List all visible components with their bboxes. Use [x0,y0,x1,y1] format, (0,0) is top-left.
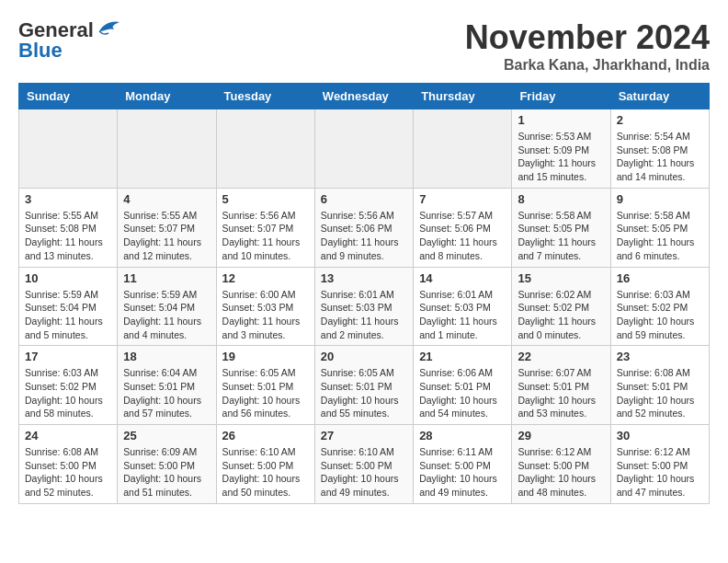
day-info: Sunrise: 6:08 AM Sunset: 5:00 PM Dayligh… [25,445,111,500]
day-number: 13 [321,271,407,285]
day-info: Sunrise: 6:03 AM Sunset: 5:02 PM Dayligh… [25,366,111,420]
day-cell: 4Sunrise: 5:55 AM Sunset: 5:07 PM Daylig… [118,188,216,267]
day-info: Sunrise: 5:55 AM Sunset: 5:08 PM Dayligh… [25,209,111,263]
week-row-4: 17Sunrise: 6:03 AM Sunset: 5:02 PM Dayli… [19,346,710,425]
day-cell [314,109,413,189]
day-info: Sunrise: 5:56 AM Sunset: 5:07 PM Dayligh… [222,209,309,263]
day-number: 14 [419,271,506,285]
day-number: 15 [518,271,604,285]
day-cell: 19Sunrise: 6:05 AM Sunset: 5:01 PM Dayli… [216,346,314,425]
day-info: Sunrise: 5:54 AM Sunset: 5:08 PM Dayligh… [617,130,703,184]
header: General Blue November 2024 Barka Kana, J… [18,18,710,74]
day-info: Sunrise: 6:05 AM Sunset: 5:01 PM Dayligh… [321,366,407,420]
header-cell-tuesday: Tuesday [216,84,314,109]
day-number: 30 [617,429,703,442]
day-info: Sunrise: 6:07 AM Sunset: 5:01 PM Dayligh… [518,366,604,420]
calendar-table: SundayMondayTuesdayWednesdayThursdayFrid… [18,83,710,504]
header-cell-wednesday: Wednesday [314,84,413,109]
day-number: 8 [518,192,604,206]
logo: General Blue [18,18,121,63]
day-cell [118,109,216,189]
day-cell: 6Sunrise: 5:56 AM Sunset: 5:06 PM Daylig… [314,188,413,267]
day-number: 1 [518,113,604,127]
header-cell-saturday: Saturday [610,84,709,109]
day-info: Sunrise: 5:53 AM Sunset: 5:09 PM Dayligh… [518,130,604,184]
day-info: Sunrise: 5:59 AM Sunset: 5:04 PM Dayligh… [123,288,210,342]
day-number: 29 [518,429,604,442]
day-number: 16 [617,271,703,285]
day-cell: 7Sunrise: 5:57 AM Sunset: 5:06 PM Daylig… [414,188,512,267]
day-number: 21 [419,350,506,363]
day-cell: 13Sunrise: 6:01 AM Sunset: 5:03 PM Dayli… [314,267,413,346]
day-cell: 28Sunrise: 6:11 AM Sunset: 5:00 PM Dayli… [414,425,512,504]
day-cell: 25Sunrise: 6:09 AM Sunset: 5:00 PM Dayli… [118,425,216,504]
day-cell: 23Sunrise: 6:08 AM Sunset: 5:01 PM Dayli… [610,346,709,425]
day-cell: 20Sunrise: 6:05 AM Sunset: 5:01 PM Dayli… [314,346,413,425]
day-cell: 17Sunrise: 6:03 AM Sunset: 5:02 PM Dayli… [19,346,118,425]
week-row-5: 24Sunrise: 6:08 AM Sunset: 5:00 PM Dayli… [19,425,710,504]
day-number: 2 [617,113,703,127]
header-cell-thursday: Thursday [414,84,512,109]
day-number: 22 [518,350,604,363]
week-row-2: 3Sunrise: 5:55 AM Sunset: 5:08 PM Daylig… [19,188,710,267]
header-cell-monday: Monday [118,84,216,109]
day-info: Sunrise: 5:59 AM Sunset: 5:04 PM Dayligh… [25,288,111,342]
day-number: 27 [321,429,407,442]
day-cell: 30Sunrise: 6:12 AM Sunset: 5:00 PM Dayli… [610,425,709,504]
day-info: Sunrise: 5:56 AM Sunset: 5:06 PM Dayligh… [321,209,407,263]
day-cell: 3Sunrise: 5:55 AM Sunset: 5:08 PM Daylig… [19,188,118,267]
header-cell-sunday: Sunday [19,84,118,109]
day-cell: 1Sunrise: 5:53 AM Sunset: 5:09 PM Daylig… [512,109,610,189]
day-number: 20 [321,350,407,363]
day-info: Sunrise: 5:58 AM Sunset: 5:05 PM Dayligh… [617,209,703,263]
day-info: Sunrise: 6:04 AM Sunset: 5:01 PM Dayligh… [123,366,210,420]
title-area: November 2024 Barka Kana, Jharkhand, Ind… [465,18,710,74]
day-info: Sunrise: 6:09 AM Sunset: 5:00 PM Dayligh… [123,445,210,500]
week-row-1: 1Sunrise: 5:53 AM Sunset: 5:09 PM Daylig… [19,109,710,189]
day-info: Sunrise: 6:12 AM Sunset: 5:00 PM Dayligh… [518,445,604,500]
day-info: Sunrise: 6:01 AM Sunset: 5:03 PM Dayligh… [321,288,407,342]
day-info: Sunrise: 6:03 AM Sunset: 5:02 PM Dayligh… [617,288,703,342]
week-row-3: 10Sunrise: 5:59 AM Sunset: 5:04 PM Dayli… [19,267,710,346]
day-cell: 10Sunrise: 5:59 AM Sunset: 5:04 PM Dayli… [19,267,118,346]
day-number: 3 [25,192,111,206]
day-info: Sunrise: 5:57 AM Sunset: 5:06 PM Dayligh… [419,209,506,263]
day-cell: 18Sunrise: 6:04 AM Sunset: 5:01 PM Dayli… [118,346,216,425]
day-number: 4 [123,192,210,206]
day-info: Sunrise: 6:10 AM Sunset: 5:00 PM Dayligh… [321,445,407,500]
day-number: 25 [123,429,210,442]
day-cell: 12Sunrise: 6:00 AM Sunset: 5:03 PM Dayli… [216,267,314,346]
day-info: Sunrise: 6:05 AM Sunset: 5:01 PM Dayligh… [222,366,309,420]
day-number: 7 [419,192,506,206]
day-cell: 29Sunrise: 6:12 AM Sunset: 5:00 PM Dayli… [512,425,610,504]
day-number: 18 [123,350,210,363]
day-number: 12 [222,271,309,285]
location: Barka Kana, Jharkhand, India [465,57,710,74]
day-cell: 8Sunrise: 5:58 AM Sunset: 5:05 PM Daylig… [512,188,610,267]
header-cell-friday: Friday [512,84,610,109]
day-info: Sunrise: 6:02 AM Sunset: 5:02 PM Dayligh… [518,288,604,342]
day-number: 11 [123,271,210,285]
day-info: Sunrise: 6:06 AM Sunset: 5:01 PM Dayligh… [419,366,506,420]
day-number: 19 [222,350,309,363]
day-number: 17 [25,350,111,363]
day-number: 6 [321,192,407,206]
logo-bird-icon [96,18,121,39]
day-info: Sunrise: 5:58 AM Sunset: 5:05 PM Dayligh… [518,209,604,263]
day-cell: 5Sunrise: 5:56 AM Sunset: 5:07 PM Daylig… [216,188,314,267]
day-cell [19,109,118,189]
day-info: Sunrise: 5:55 AM Sunset: 5:07 PM Dayligh… [123,209,210,263]
header-row: SundayMondayTuesdayWednesdayThursdayFrid… [19,84,710,109]
calendar-body: 1Sunrise: 5:53 AM Sunset: 5:09 PM Daylig… [19,109,710,504]
day-cell: 21Sunrise: 6:06 AM Sunset: 5:01 PM Dayli… [414,346,512,425]
day-info: Sunrise: 6:10 AM Sunset: 5:00 PM Dayligh… [222,445,309,500]
day-cell [216,109,314,189]
day-number: 28 [419,429,506,442]
day-info: Sunrise: 6:01 AM Sunset: 5:03 PM Dayligh… [419,288,506,342]
day-number: 5 [222,192,309,206]
day-cell: 27Sunrise: 6:10 AM Sunset: 5:00 PM Dayli… [314,425,413,504]
logo-blue: Blue [18,39,63,62]
day-number: 9 [617,192,703,206]
day-info: Sunrise: 6:00 AM Sunset: 5:03 PM Dayligh… [222,288,309,342]
day-cell: 16Sunrise: 6:03 AM Sunset: 5:02 PM Dayli… [610,267,709,346]
